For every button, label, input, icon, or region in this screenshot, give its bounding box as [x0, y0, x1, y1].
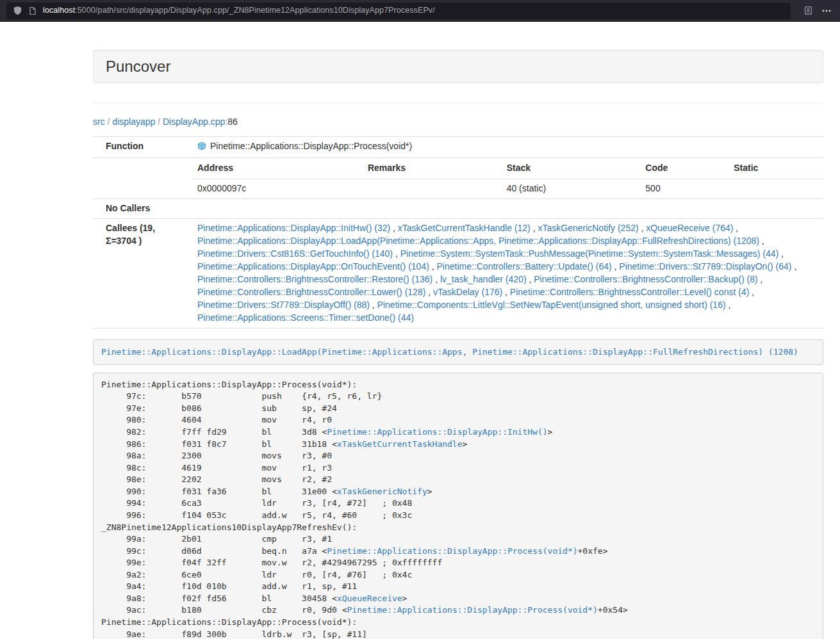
page-container: Puncover src / displayapp / DisplayApp.c… [93, 22, 823, 639]
assembly-symbol-link[interactable]: Pinetime::Applications::DisplayApp::Proc… [327, 546, 577, 556]
breadcrumb-separator: / [105, 117, 113, 127]
symbol-values-row: 0x0000097c40 (static)500 [192, 179, 823, 198]
callee-link[interactable]: Pinetime::Components::LittleVgl::SetNewT… [377, 300, 726, 310]
callee-separator: , [639, 223, 646, 233]
callee-link[interactable]: Pinetime::Drivers::St7789::DisplayOff() … [197, 300, 370, 310]
callee-link[interactable]: lv_task_handler (420) [440, 274, 527, 284]
callee-separator: , [792, 261, 797, 271]
symbol-value-static [729, 179, 823, 198]
assembly-symbol-link[interactable]: Pinetime::Applications::DisplayApp::Init… [327, 427, 547, 437]
function-type-icon [197, 142, 206, 154]
symbol-stats-cell: AddressRemarksStackCodeStatic 0x0000097c… [192, 158, 823, 198]
highlighted-symbol-box: Pinetime::Applications::DisplayApp::Load… [93, 339, 823, 365]
callee-link[interactable]: vTaskDelay (176) [433, 287, 502, 297]
callee-separator: , [778, 248, 784, 259]
callee-separator: , [531, 223, 538, 233]
callee-link[interactable]: xQueueReceive (764) [646, 223, 733, 233]
page-icon [28, 6, 37, 15]
callee-separator: , [370, 300, 377, 310]
column-header-code: Code [640, 158, 729, 179]
url-host: localhost [43, 6, 75, 15]
symbol-value-stack: 40 (static) [502, 179, 641, 198]
highlighted-symbol-link[interactable]: Pinetime::Applications::DisplayApp::Load… [101, 347, 798, 357]
assembly-symbol-link[interactable]: xTaskGenericNotify [337, 487, 427, 496]
callee-link[interactable]: Pinetime::Drivers::Cst816S::GetTouchInfo… [197, 248, 393, 259]
assembly-code: Pinetime::Applications::DisplayApp::Proc… [93, 373, 823, 639]
callee-separator: , [758, 274, 763, 284]
breadcrumb: src / displayapp / DisplayApp.cpp:86 [93, 116, 823, 129]
callee-separator: , [612, 261, 620, 271]
callees-cell: Pinetime::Applications::DisplayApp::Init… [192, 218, 823, 328]
callee-link[interactable]: Pinetime::Controllers::BrightnessControl… [197, 274, 432, 284]
assembly-symbol-link[interactable]: Pinetime::Applications::DisplayApp::Proc… [347, 605, 598, 615]
assembly-symbol-link[interactable]: xQueueReceive [337, 594, 402, 603]
url-bar[interactable]: localhost:5000/path/src/displayapp/Displ… [6, 3, 791, 19]
symbol-value-address: 0x0000097c [192, 179, 363, 198]
callee-separator: , [390, 223, 398, 233]
callee-separator: , [432, 274, 440, 284]
callees-list: Pinetime::Applications::DisplayApp::Init… [197, 222, 818, 325]
symbol-stats-label [93, 158, 192, 198]
callee-link[interactable]: Pinetime::Applications::DisplayApp::Load… [197, 236, 759, 246]
callee-separator: , [759, 236, 764, 246]
callee-separator: , [726, 300, 731, 310]
assembly-symbol-link[interactable]: xTaskGetCurrentTaskHandle [337, 439, 463, 449]
symbol-value-code: 500 [640, 179, 729, 198]
symbol-stats-row: AddressRemarksStackCodeStatic 0x0000097c… [93, 158, 823, 198]
breadcrumb-link[interactable]: src [93, 117, 105, 127]
callee-link[interactable]: Pinetime::System::SystemTask::PushMessag… [400, 248, 779, 259]
callee-separator: , [733, 223, 738, 233]
callee-link[interactable]: Pinetime::Controllers::BrightnessControl… [510, 287, 749, 297]
callee-separator: , [502, 287, 510, 297]
symbol-stats-table: AddressRemarksStackCodeStatic 0x0000097c… [192, 158, 823, 198]
callee-separator: , [749, 287, 754, 297]
divider [93, 102, 823, 103]
callers-cell [192, 198, 823, 218]
function-row-label: Function [93, 136, 192, 158]
symbol-value-remarks [363, 179, 502, 198]
symbol-table: Function Pinetime::Applications::Display… [93, 136, 823, 328]
breadcrumb-separator: / [155, 117, 163, 127]
url-text: localhost:5000/path/src/displayapp/Displ… [43, 5, 435, 17]
breadcrumb-link[interactable]: DisplayApp.cpp: [163, 117, 227, 127]
function-name: Pinetime::Applications::DisplayApp::Proc… [210, 141, 412, 151]
app-title-panel: Puncover [93, 50, 823, 83]
column-header-stack: Stack [502, 158, 641, 179]
reader-view-icon[interactable] [802, 4, 815, 17]
no-callers-label: No Callers [93, 198, 192, 218]
callee-separator: , [425, 287, 433, 297]
breadcrumb-line-number: 86 [227, 117, 238, 127]
callee-link[interactable]: xTaskGetCurrentTaskHandle (12) [398, 223, 531, 233]
callers-row: No Callers [93, 198, 823, 218]
callee-link[interactable]: xTaskGenericNotify (252) [538, 223, 638, 233]
callee-link[interactable]: Pinetime::Drivers::St7789::DisplayOn() (… [619, 261, 791, 271]
function-name-cell: Pinetime::Applications::DisplayApp::Proc… [192, 136, 823, 158]
symbol-columns-row: AddressRemarksStackCodeStatic [192, 158, 823, 179]
column-header-static: Static [729, 158, 823, 179]
function-row: Function Pinetime::Applications::Display… [93, 136, 823, 158]
browser-toolbar: localhost:5000/path/src/displayapp/Displ… [0, 0, 840, 22]
callee-separator: , [429, 261, 437, 271]
callees-label: Callees (19, Σ=3704 ) [93, 218, 192, 328]
page-actions-menu-icon[interactable] [819, 4, 834, 18]
callee-separator: , [393, 248, 400, 259]
callee-link[interactable]: Pinetime::Applications::DisplayApp::OnTo… [197, 261, 429, 271]
app-title: Puncover [106, 58, 170, 75]
callee-link[interactable]: Pinetime::Applications::DisplayApp::Init… [197, 223, 390, 233]
column-header-address: Address [192, 158, 363, 179]
tracking-shield-icon[interactable] [13, 6, 22, 15]
column-header-remarks: Remarks [363, 158, 502, 179]
callee-link[interactable]: Pinetime::Controllers::BrightnessControl… [197, 287, 425, 297]
callee-separator: , [527, 274, 534, 284]
callee-link[interactable]: Pinetime::Controllers::BrightnessControl… [534, 274, 757, 284]
callees-row: Callees (19, Σ=3704 ) Pinetime::Applicat… [93, 218, 823, 328]
callee-link[interactable]: Pinetime::Applications::Screens::Timer::… [197, 312, 414, 323]
callee-link[interactable]: Pinetime::Controllers::Battery::Update()… [437, 261, 612, 271]
url-path: :5000/path/src/displayapp/DisplayApp.cpp… [75, 6, 435, 15]
breadcrumb-link[interactable]: displayapp [112, 117, 155, 127]
